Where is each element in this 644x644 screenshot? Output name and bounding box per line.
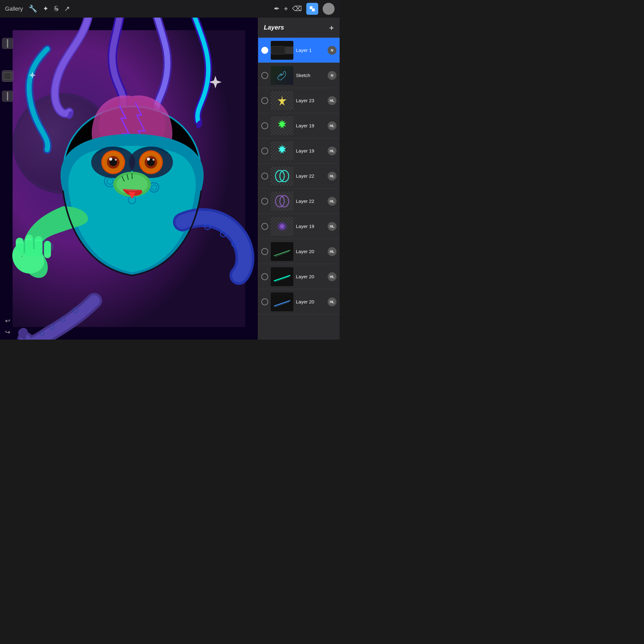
svg-point-26 (153, 159, 154, 161)
svg-rect-1 (312, 8, 315, 11)
layer-visibility-layer19c[interactable] (261, 223, 268, 230)
layer-badge-layer20b: HL (328, 272, 336, 281)
layer-badge-layer22b: HL (328, 197, 336, 206)
layer-visibility-layer19a[interactable] (261, 122, 268, 129)
layer-badge-layer19a: HL (328, 121, 336, 130)
svg-line-53 (274, 301, 290, 306)
layer-thumbnail-layer1 (271, 41, 293, 60)
layer-item-layer20a[interactable]: Layer 20 HL (258, 239, 340, 264)
eraser-icon[interactable]: ⌫ (292, 5, 302, 13)
svg-line-50 (275, 252, 289, 257)
layer-name-layer19b: Layer 19 (296, 148, 325, 153)
artwork-canvas[interactable] (0, 18, 258, 340)
layer-item-layer19c[interactable]: Layer 19 HL (258, 214, 340, 239)
svg-line-49 (274, 250, 290, 256)
layer-thumbnail-layer20c (271, 292, 293, 311)
layer-name-layer23: Layer 23 (296, 98, 325, 103)
gallery-button[interactable]: Gallery (5, 6, 23, 12)
layer-visibility-layer19b[interactable] (261, 147, 268, 154)
layer-badge-layer22a: HL (328, 172, 336, 180)
layer-name-layer20b: Layer 20 (296, 274, 325, 279)
redo-button[interactable]: ↪ (3, 327, 13, 337)
svg-line-54 (275, 302, 289, 307)
layer-thumbnail-layer19c (271, 217, 293, 236)
color-swatch[interactable] (2, 70, 13, 82)
layer-visibility-layer23[interactable] (261, 97, 268, 104)
arrow-icon[interactable]: ↗ (64, 5, 70, 13)
layer-visibility-layer20a[interactable] (261, 248, 268, 255)
layer-name-layer1: Layer 1 (296, 47, 325, 53)
layer-item-layer23[interactable]: Layer 23 HL (258, 88, 340, 113)
layer-thumbnail-layer20a (271, 242, 293, 261)
layer-item-layer22a[interactable]: Layer 22 HL (258, 164, 340, 189)
layer-name-layer19c: Layer 19 (296, 224, 325, 229)
layer-name-sketch: Sketch (296, 73, 325, 78)
layer-visibility-layer22a[interactable] (261, 173, 268, 180)
layers-title: Layers (264, 24, 284, 31)
layer-badge-layer23: HL (328, 96, 336, 105)
layers-list: Layer 1 N Sketch N (258, 38, 340, 340)
layers-button[interactable] (306, 3, 318, 15)
layer-visibility-layer1[interactable] (261, 47, 268, 54)
layer-thumbnail-layer22b (271, 192, 293, 211)
layer-badge-sketch: N (328, 71, 336, 80)
layer-name-layer20a: Layer 20 (296, 249, 325, 254)
add-layer-button[interactable]: + (329, 24, 334, 32)
layer-visibility-layer22b[interactable] (261, 198, 268, 205)
layer-thumbnail-layer20b (271, 267, 293, 286)
layer-name-layer19a: Layer 19 (296, 123, 325, 128)
layer-name-layer20c: Layer 20 (296, 299, 325, 304)
layer-name-layer22b: Layer 22 (296, 198, 325, 204)
svg-point-20 (115, 159, 117, 161)
layer-thumbnail-layer23 (271, 91, 293, 110)
layer-item-layer20c[interactable]: Layer 20 HL (258, 289, 340, 314)
brightness-slider[interactable] (2, 38, 13, 49)
wrench-icon[interactable]: 🔧 (29, 5, 37, 13)
layer-badge-layer19b: HL (328, 147, 336, 155)
svg-point-25 (147, 158, 150, 161)
canvas-area: ↩ ↪ Layers + Layer 1 N (0, 18, 340, 340)
toolbar-left: Gallery 🔧 ✦ 𝕊̶ ↗ (5, 5, 70, 13)
left-sidebar: ↩ ↪ (0, 35, 15, 340)
layer-badge-layer20c: HL (328, 297, 336, 306)
layer-item-layer1[interactable]: Layer 1 N (258, 38, 340, 63)
layer-thumbnail-layer19b (271, 142, 293, 160)
toolbar: Gallery 🔧 ✦ 𝕊̶ ↗ ✒ ⌖ ⌫ (0, 0, 340, 18)
layer-visibility-layer20c[interactable] (261, 298, 268, 305)
undo-button[interactable]: ↩ (3, 316, 13, 326)
layer-thumbnail-sketch (271, 66, 293, 85)
layer-item-layer22b[interactable]: Layer 22 HL (258, 189, 340, 214)
layer-item-layer19a[interactable]: Layer 19 HL (258, 113, 340, 138)
layer-item-layer20b[interactable]: Layer 20 HL (258, 264, 340, 289)
layer-badge-layer19c: HL (328, 222, 336, 231)
layer-name-layer22a: Layer 22 (296, 173, 325, 179)
svg-line-51 (274, 275, 290, 281)
layer-thumbnail-layer22a (271, 167, 293, 186)
pen-nib-icon[interactable]: ✒ (274, 5, 280, 13)
svg-point-36 (16, 238, 53, 257)
layer-badge-layer20a: HL (328, 247, 336, 256)
layer-badge-layer1: N (328, 46, 336, 55)
magic-icon[interactable]: ✦ (43, 5, 48, 13)
svg-line-52 (275, 277, 289, 282)
profile-icon[interactable] (323, 3, 335, 15)
layer-item-sketch[interactable]: Sketch N (258, 63, 340, 88)
brush-icon[interactable]: ⌖ (284, 5, 288, 13)
layer-thumbnail-layer19a (271, 116, 293, 135)
layer-visibility-sketch[interactable] (261, 72, 268, 79)
toolbar-right: ✒ ⌖ ⌫ (274, 3, 335, 15)
opacity-slider[interactable] (2, 91, 13, 102)
layers-header: Layers + (258, 18, 340, 38)
svg-point-19 (109, 158, 112, 161)
strikethrough-icon[interactable]: 𝕊̶ (54, 5, 58, 13)
layer-item-layer19b[interactable]: Layer 19 HL (258, 138, 340, 164)
layer-visibility-layer20b[interactable] (261, 273, 268, 280)
layers-panel: Layers + Layer 1 N (258, 18, 340, 340)
